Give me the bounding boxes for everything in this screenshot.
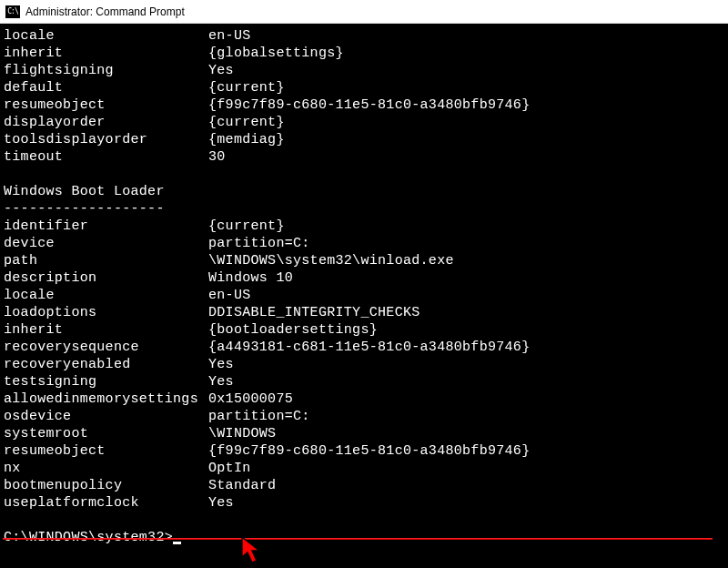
output-value: {f99c7f89-c680-11e5-81c0-a3480bfb9746} (208, 442, 728, 460)
output-row: allowedinmemorysettings0x15000075 (4, 390, 728, 408)
output-key: nx (4, 460, 208, 477)
output-value: {a4493181-c681-11e5-81c0-a3480bfb9746} (208, 339, 728, 356)
output-key: loadoptions (4, 304, 208, 321)
output-row: loadoptionsDDISABLE_INTEGRITY_CHECKS (4, 304, 728, 321)
terminal-output[interactable]: localeen-USinherit{globalsettings}flight… (0, 24, 728, 546)
output-row: localeen-US (4, 27, 728, 45)
output-value: Yes (208, 356, 728, 373)
output-key: displayorder (4, 114, 208, 131)
output-key: path (4, 252, 208, 269)
output-row: useplatformclockYes (4, 494, 728, 512)
output-key: device (4, 235, 208, 252)
output-value: DDISABLE_INTEGRITY_CHECKS (208, 304, 728, 321)
output-row: recoveryenabledYes (4, 356, 728, 373)
output-key: inherit (4, 45, 208, 62)
output-row: flightsigningYes (4, 62, 728, 79)
output-key: timeout (4, 148, 208, 166)
output-value: Standard (208, 477, 728, 494)
output-row: systemroot\WINDOWS (4, 425, 728, 442)
output-key: flightsigning (4, 62, 208, 79)
output-value: {bootloadersettings} (208, 321, 728, 339)
output-row: bootmenupolicyStandard (4, 477, 728, 494)
output-value: Yes (208, 62, 728, 79)
section-title: Windows Boot Loader (4, 183, 728, 200)
output-row: resumeobject{f99c7f89-c680-11e5-81c0-a34… (4, 96, 728, 114)
output-value: \WINDOWS\system32\winload.exe (208, 252, 728, 269)
output-key: locale (4, 27, 208, 45)
output-key: allowedinmemorysettings (4, 390, 208, 408)
output-value: {current} (208, 114, 728, 131)
output-value: en-US (208, 287, 728, 304)
output-key: recoverysequence (4, 339, 208, 356)
output-value: {globalsettings} (208, 45, 728, 62)
output-row: resumeobject{f99c7f89-c680-11e5-81c0-a34… (4, 442, 728, 460)
output-key: testsigning (4, 373, 208, 390)
output-key: recoveryenabled (4, 356, 208, 373)
output-row: devicepartition=C: (4, 235, 728, 252)
output-row: timeout30 (4, 148, 728, 166)
output-key: resumeobject (4, 96, 208, 114)
text-cursor (173, 542, 181, 544)
section-divider: ------------------- (4, 200, 728, 218)
highlight-underline (3, 538, 713, 540)
output-row: recoverysequence{a4493181-c681-11e5-81c0… (4, 339, 728, 356)
output-row: default{current} (4, 79, 728, 96)
output-key: identifier (4, 218, 208, 235)
output-value: 30 (208, 148, 728, 166)
output-key: resumeobject (4, 442, 208, 460)
output-value: {f99c7f89-c680-11e5-81c0-a3480bfb9746} (208, 96, 728, 114)
output-value: OptIn (208, 460, 728, 477)
output-value: {current} (208, 218, 728, 235)
output-row: identifier{current} (4, 218, 728, 235)
output-key: useplatformclock (4, 494, 208, 512)
output-value: Yes (208, 373, 728, 390)
output-key: default (4, 79, 208, 96)
output-value: Yes (208, 494, 728, 512)
output-value: \WINDOWS (208, 425, 728, 442)
output-value: {memdiag} (208, 131, 728, 148)
output-value: en-US (208, 27, 728, 45)
titlebar[interactable]: C:\ Administrator: Command Prompt (0, 0, 728, 24)
output-row: osdevicepartition=C: (4, 408, 728, 425)
output-key: locale (4, 287, 208, 304)
output-key: toolsdisplayorder (4, 131, 208, 148)
output-key: systemroot (4, 425, 208, 442)
output-value: {current} (208, 79, 728, 96)
output-row: inherit{bootloadersettings} (4, 321, 728, 339)
output-value: partition=C: (208, 408, 728, 425)
output-key: osdevice (4, 408, 208, 425)
output-row: inherit{globalsettings} (4, 45, 728, 62)
cmd-icon: C:\ (5, 5, 20, 18)
output-value: partition=C: (208, 235, 728, 252)
output-row: toolsdisplayorder{memdiag} (4, 131, 728, 148)
output-row: descriptionWindows 10 (4, 269, 728, 287)
output-row: nxOptIn (4, 460, 728, 477)
output-key: description (4, 269, 208, 287)
window-title: Administrator: Command Prompt (25, 5, 185, 18)
output-key: bootmenupolicy (4, 477, 208, 494)
output-row: path\WINDOWS\system32\winload.exe (4, 252, 728, 269)
output-value: Windows 10 (208, 269, 728, 287)
output-row: testsigningYes (4, 373, 728, 390)
output-key: inherit (4, 321, 208, 339)
output-value: 0x15000075 (208, 390, 728, 408)
output-row: localeen-US (4, 287, 728, 304)
output-row: displayorder{current} (4, 114, 728, 131)
